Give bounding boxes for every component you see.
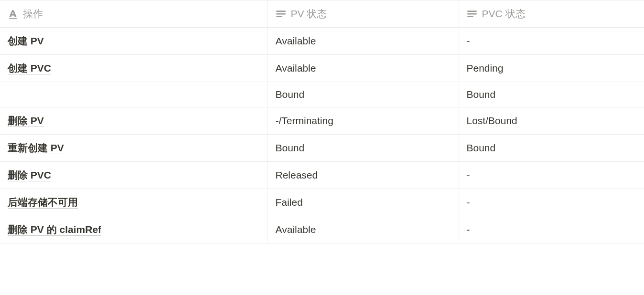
cell-pvc-status[interactable]: - bbox=[459, 216, 644, 243]
header-row: 操作 PV 状态 PVC 状 bbox=[0, 0, 644, 28]
cell-pvc-status[interactable]: - bbox=[459, 189, 644, 216]
cell-operation[interactable]: 删除 PVC bbox=[0, 162, 268, 189]
cell-pv-status[interactable]: Available bbox=[268, 55, 459, 82]
table-row[interactable]: 后端存储不可用 Failed - bbox=[0, 189, 644, 216]
table-row[interactable]: 创建 PV Available - bbox=[0, 28, 644, 55]
cell-operation[interactable] bbox=[0, 82, 268, 107]
cell-pv-status[interactable]: -/Terminating bbox=[268, 107, 459, 135]
cell-operation[interactable]: 创建 PV bbox=[0, 28, 268, 55]
column-header-label: 操作 bbox=[23, 7, 43, 21]
status-table: 操作 PV 状态 PVC 状 bbox=[0, 0, 644, 243]
cell-operation[interactable]: 删除 PV bbox=[0, 107, 268, 135]
cell-pv-status[interactable]: Released bbox=[268, 162, 459, 189]
cell-pvc-status[interactable]: - bbox=[459, 162, 644, 189]
cell-pv-status[interactable]: Failed bbox=[268, 189, 459, 216]
text-property-icon bbox=[276, 9, 286, 19]
cell-pv-status[interactable]: Available bbox=[268, 28, 459, 55]
table-container: 操作 PV 状态 PVC 状 bbox=[0, 0, 644, 243]
cell-pv-status[interactable]: Available bbox=[268, 216, 459, 243]
column-header-pv-status[interactable]: PV 状态 bbox=[268, 0, 459, 28]
column-header-operation[interactable]: 操作 bbox=[0, 0, 268, 28]
cell-pvc-status[interactable]: Lost/Bound bbox=[459, 107, 644, 135]
cell-operation[interactable]: 后端存储不可用 bbox=[0, 189, 268, 216]
cell-pv-status[interactable]: Bound bbox=[268, 82, 459, 107]
text-property-icon bbox=[467, 9, 477, 19]
table-row[interactable]: 删除 PVC Released - bbox=[0, 162, 644, 189]
cell-operation[interactable]: 重新创建 PV bbox=[0, 135, 268, 162]
cell-pvc-status[interactable]: Pending bbox=[459, 55, 644, 82]
table-row[interactable]: 创建 PVC Available Pending bbox=[0, 55, 644, 82]
cell-pv-status[interactable]: Bound bbox=[268, 135, 459, 162]
table-row[interactable]: 删除 PV -/Terminating Lost/Bound bbox=[0, 107, 644, 135]
column-header-pvc-status[interactable]: PVC 状态 bbox=[459, 0, 644, 28]
table-body: 创建 PV Available - 创建 PVC Available Pendi… bbox=[0, 28, 644, 243]
column-header-label: PV 状态 bbox=[291, 7, 327, 21]
table-row[interactable]: Bound Bound bbox=[0, 82, 644, 107]
cell-pvc-status[interactable]: Bound bbox=[459, 82, 644, 107]
cell-operation[interactable]: 创建 PVC bbox=[0, 55, 268, 82]
title-property-icon bbox=[8, 9, 18, 19]
table-row[interactable]: 重新创建 PV Bound Bound bbox=[0, 135, 644, 162]
cell-pvc-status[interactable]: Bound bbox=[459, 135, 644, 162]
table-row[interactable]: 删除 PV 的 claimRef Available - bbox=[0, 216, 644, 243]
cell-operation[interactable]: 删除 PV 的 claimRef bbox=[0, 216, 268, 243]
cell-pvc-status[interactable]: - bbox=[459, 28, 644, 55]
column-header-label: PVC 状态 bbox=[482, 7, 526, 21]
